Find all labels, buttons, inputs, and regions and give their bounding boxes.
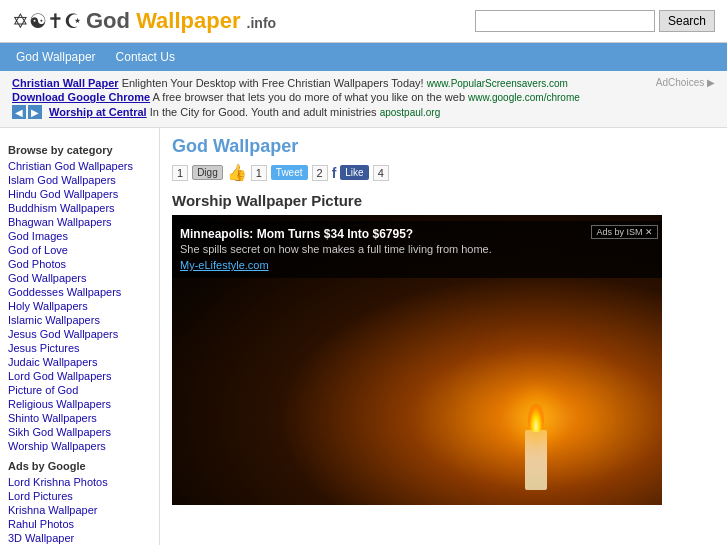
search-button[interactable]: Search — [659, 10, 715, 32]
sidebar-link-sikh[interactable]: Sikh God Wallpapers — [8, 426, 151, 438]
digg-button[interactable]: Digg — [192, 165, 223, 180]
sidebar-link-holy[interactable]: Holy Wallpapers — [8, 300, 151, 312]
ad-overlay-link[interactable]: My-eLifestyle.com — [180, 259, 269, 271]
prev-arrow[interactable]: ◀ — [12, 105, 26, 119]
ad-desc-2: A free browser that lets you do more of … — [153, 91, 465, 103]
ad-overlay-desc: She spills secret on how she makes a ful… — [180, 243, 654, 255]
like-button[interactable]: Like — [340, 165, 368, 180]
sidebar-link-islamic[interactable]: Islamic Wallpapers — [8, 314, 151, 326]
wallpaper-section-title: Worship Wallpaper Picture — [172, 192, 715, 209]
logo-text: God Wallpaper .info — [86, 8, 276, 34]
logo-info: .info — [247, 15, 277, 31]
ads-by-google-title: Ads by Google — [8, 460, 151, 472]
ad-url-2: www.google.com/chrome — [468, 92, 580, 103]
sidebar-link-lord-god[interactable]: Lord God Wallpapers — [8, 370, 151, 382]
ad-choices[interactable]: AdChoices ▶ — [656, 77, 715, 88]
sidebar-link-worship[interactable]: Worship Wallpapers — [8, 440, 151, 452]
ad-url-3: apostpaul.org — [380, 107, 441, 118]
ads-by-label[interactable]: Ads by ISM ✕ — [591, 225, 658, 239]
page-title: God Wallpaper — [172, 136, 715, 157]
navbar: God Wallpaper Contact Us — [0, 43, 727, 71]
digg-icon: 👍 — [227, 163, 247, 182]
nav-god-wallpaper[interactable]: God Wallpaper — [8, 47, 104, 67]
sidebar: Browse by category Christian God Wallpap… — [0, 128, 160, 545]
candle-flame — [528, 404, 544, 432]
sidebar-ad-krishna-wallpaper[interactable]: Krishna Wallpaper — [8, 504, 151, 516]
sidebar-link-judaic[interactable]: Judaic Wallpapers — [8, 356, 151, 368]
nav-contact-us[interactable]: Contact Us — [108, 47, 183, 67]
ad-banner: AdChoices ▶ Christian Wall Paper Enlight… — [0, 71, 727, 128]
search-input[interactable] — [475, 10, 655, 32]
sidebar-link-christian[interactable]: Christian God Wallpapers — [8, 160, 151, 172]
search-area: Search — [475, 10, 715, 32]
sidebar-link-jesus-god[interactable]: Jesus God Wallpapers — [8, 328, 151, 340]
ad-line-3: ◀ ▶ Worship at Central In the City for G… — [12, 105, 715, 119]
ad-link-2[interactable]: Download Google Chrome — [12, 91, 150, 103]
sidebar-link-hindu[interactable]: Hindu God Wallpapers — [8, 188, 151, 200]
sidebar-link-goddesses[interactable]: Goddesses Wallpapers — [8, 286, 151, 298]
logo-wallpaper: Wallpaper — [136, 8, 240, 33]
tweet-button[interactable]: Tweet — [271, 165, 308, 180]
sidebar-link-god-wallpapers[interactable]: God Wallpapers — [8, 272, 151, 284]
next-arrow[interactable]: ▶ — [28, 105, 42, 119]
digg-count: 1 — [251, 165, 267, 181]
social-bar: 1 Digg 👍 1 Tweet 2 f Like 4 — [172, 163, 715, 182]
ad-link-1[interactable]: Christian Wall Paper — [12, 77, 119, 89]
candle-body — [525, 430, 547, 490]
ad-overlay-title: Minneapolis: Mom Turns $34 Into $6795? — [180, 227, 654, 241]
sidebar-link-god-images[interactable]: God Images — [8, 230, 151, 242]
sidebar-link-shinto[interactable]: Shinto Wallpapers — [8, 412, 151, 424]
sidebar-ad-rahul-photos[interactable]: Rahul Photos — [8, 518, 151, 530]
ad-overlay: Ads by ISM ✕ Minneapolis: Mom Turns $34 … — [172, 221, 662, 278]
sidebar-ad-3d-wallpaper[interactable]: 3D Wallpaper — [8, 532, 151, 544]
wallpaper-image-container: Ads by ISM ✕ Minneapolis: Mom Turns $34 … — [172, 215, 662, 505]
sidebar-link-bhagwan[interactable]: Bhagwan Wallpapers — [8, 216, 151, 228]
sidebar-link-jesus-pics[interactable]: Jesus Pictures — [8, 342, 151, 354]
sidebar-link-god-of-love[interactable]: God of Love — [8, 244, 151, 256]
logo-icon: ✡☯✝☪ — [12, 9, 82, 33]
sidebar-link-religious[interactable]: Religious Wallpapers — [8, 398, 151, 410]
ad-url-1: www.PopularScreensavers.com — [427, 78, 568, 89]
sidebar-ad-krishna-photos[interactable]: Lord Krishna Photos — [8, 476, 151, 488]
ad-line-1: Christian Wall Paper Enlighten Your Desk… — [12, 77, 715, 89]
tweet-count: 2 — [312, 165, 328, 181]
logo-god: God — [86, 8, 130, 33]
logo: ✡☯✝☪ God Wallpaper .info — [12, 8, 276, 34]
ad-desc-3: In the City for Good. Youth and adult mi… — [150, 106, 377, 118]
ad-desc-1: Enlighten Your Desktop with Free Christi… — [122, 77, 424, 89]
ad-line-2: Download Google Chrome A free browser th… — [12, 91, 715, 103]
like-count: 4 — [373, 165, 389, 181]
sidebar-link-islam[interactable]: Islam God Wallpapers — [8, 174, 151, 186]
digg-label: Digg — [197, 167, 218, 178]
sidebar-link-god-photos[interactable]: God Photos — [8, 258, 151, 270]
content-area: God Wallpaper 1 Digg 👍 1 Tweet 2 f Like … — [160, 128, 727, 545]
ad-link-3[interactable]: Worship at Central — [49, 106, 147, 118]
sidebar-link-buddhism[interactable]: Buddhism Wallpapers — [8, 202, 151, 214]
page-number: 1 — [172, 165, 188, 181]
facebook-icon: f — [332, 165, 337, 181]
nav-arrows: ◀ ▶ — [12, 105, 42, 119]
sidebar-link-picture-of-god[interactable]: Picture of God — [8, 384, 151, 396]
main-layout: Browse by category Christian God Wallpap… — [0, 128, 727, 545]
browse-category-title: Browse by category — [8, 144, 151, 156]
site-header: ✡☯✝☪ God Wallpaper .info Search — [0, 0, 727, 43]
sidebar-ad-lord-pictures[interactable]: Lord Pictures — [8, 490, 151, 502]
